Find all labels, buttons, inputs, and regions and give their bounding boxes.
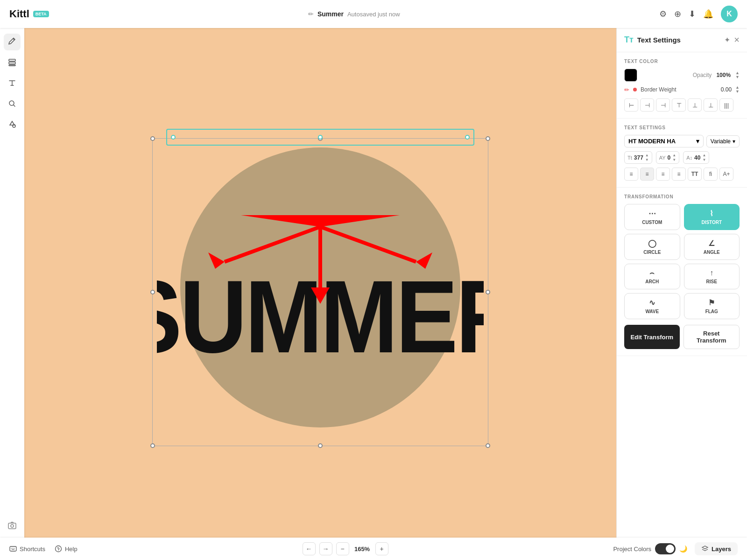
corner-handle-bl[interactable] (150, 443, 155, 448)
flag-label: FLAG (705, 309, 718, 314)
top-handle-mid[interactable] (318, 135, 323, 140)
transformation-label: TRANSFORMATION (624, 194, 740, 199)
bottombar-center: ← → − 165% + (303, 542, 388, 555)
svg-point-6 (11, 525, 14, 527)
border-color-dot[interactable] (633, 88, 637, 91)
download-icon[interactable]: ⬇ (689, 9, 696, 19)
mid-handle-left[interactable] (150, 290, 155, 294)
line-height-value[interactable]: 40 (694, 154, 700, 161)
align-right-text-button[interactable]: ≡ (656, 168, 670, 181)
reset-transform-button[interactable]: Reset Transform (684, 325, 740, 349)
bell-icon[interactable]: 🔔 (703, 9, 713, 19)
transformation-section: TRANSFORMATION ⋯ CUSTOM ⌇ DISTORT ◯ CIRC… (617, 188, 747, 356)
line-height-stepper[interactable]: ▲▼ (702, 153, 706, 162)
shortcuts-button[interactable]: Shortcuts (9, 545, 45, 553)
share-icon[interactable]: ⊕ (674, 9, 681, 19)
font-size-value[interactable]: 377 (634, 154, 643, 161)
text-alternatives-button[interactable]: A+ (719, 168, 733, 181)
user-avatar[interactable]: K (721, 6, 738, 22)
align-center-v-button[interactable]: ⊥ (688, 98, 702, 112)
weight-dropdown-arrow: ▾ (733, 138, 735, 145)
align-bottom-button[interactable]: ⊥ (704, 98, 718, 112)
settings-icon[interactable]: ⚙ (659, 9, 667, 19)
text-ligatures-button[interactable]: fi (704, 168, 718, 181)
help-button[interactable]: Help (55, 545, 78, 553)
transform-rise-button[interactable]: ↑ RISE (684, 264, 740, 289)
align-distribute-button[interactable]: ||| (719, 98, 733, 112)
metrics-row: Tt 377 ▲▼ AY 0 ▲▼ A↕ 40 ▲▼ (624, 151, 740, 164)
beta-badge: BETA (33, 11, 49, 17)
align-right-edge-button[interactable]: ⊣ (656, 98, 670, 112)
zoom-plus-button[interactable]: + (375, 542, 388, 555)
transform-flag-button[interactable]: ⚑ FLAG (684, 293, 740, 319)
text-settings-section: TEXT SETTINGS HT MODERN HA ▾ Variable ▾ … (617, 119, 747, 188)
zoom-arrow-right-button[interactable]: → (319, 542, 332, 555)
transform-actions: Edit Transform Reset Transform (624, 325, 740, 349)
toggle-thumb (666, 545, 674, 553)
font-weight-text: Variable (711, 138, 731, 145)
border-icon: ✏ (624, 86, 629, 93)
kerning-stepper[interactable]: ▲▼ (672, 153, 676, 162)
text-bold-button[interactable]: TT (688, 168, 702, 181)
corner-handle-tl[interactable] (150, 136, 155, 141)
align-left-text-button[interactable]: ≡ (624, 168, 638, 181)
wave-label: WAVE (645, 309, 659, 314)
font-family-dropdown[interactable]: HT MODERN HA ▾ (624, 135, 704, 147)
zoom-level-display[interactable]: 165% (353, 546, 372, 553)
sidebar-item-edit[interactable] (4, 34, 21, 50)
align-left-edge-button[interactable]: ⊢ (624, 98, 638, 112)
project-colors-toggle[interactable] (655, 543, 676, 554)
border-stepper[interactable]: ▲ ▼ (735, 85, 740, 94)
topbar-right: ⚙ ⊕ ⬇ 🔔 K (659, 6, 738, 22)
canvas-area[interactable]: SUMMER (24, 28, 616, 538)
font-size-stepper[interactable]: ▲▼ (645, 153, 649, 162)
font-weight-dropdown[interactable]: Variable ▾ (706, 135, 740, 147)
mid-handle-right[interactable] (486, 290, 490, 294)
keyboard-icon (9, 545, 17, 553)
zoom-arrow-left-button[interactable]: ← (303, 542, 316, 555)
align-top-button[interactable]: ⊤ (672, 98, 686, 112)
edit-transform-button[interactable]: Edit Transform (624, 325, 680, 349)
sidebar-item-search[interactable] (4, 95, 21, 112)
panel-title: Text Settings (637, 36, 681, 44)
rise-icon: ↑ (710, 269, 713, 277)
transform-circle-button[interactable]: ◯ CIRCLE (624, 234, 680, 260)
sidebar-item-layers[interactable] (4, 54, 21, 71)
rightpanel: Tт Text Settings ✦ × TEXT COLOR Opacity … (616, 28, 747, 538)
transform-wave-button[interactable]: ∿ WAVE (624, 293, 680, 319)
font-row: HT MODERN HA ▾ Variable ▾ (624, 135, 740, 147)
align-center-h-button[interactable]: ⊣ (640, 98, 654, 112)
transform-distort-button[interactable]: ⌇ DISTORT (684, 204, 740, 230)
top-bounding-box (166, 129, 474, 146)
corner-handle-tr[interactable] (486, 136, 490, 141)
sidebar-item-camera[interactable] (4, 517, 21, 534)
svg-rect-2 (9, 65, 15, 66)
opacity-value: 100% (716, 72, 731, 78)
panel-close-button[interactable]: × (734, 35, 740, 45)
layers-button[interactable]: Layers (695, 542, 738, 555)
opacity-stepper[interactable]: ▲ ▼ (735, 71, 740, 79)
logo[interactable]: Kittl (9, 8, 29, 20)
text-color-swatch[interactable] (624, 69, 637, 82)
kerning-value[interactable]: 0 (668, 154, 671, 161)
panel-title-area: Tт Text Settings (624, 35, 681, 45)
sidebar-item-elements[interactable] (4, 116, 21, 133)
alignment-row: ⊢ ⊣ ⊣ ⊤ ⊥ ⊥ ||| (624, 98, 740, 112)
panel-magic-icon[interactable]: ✦ (724, 35, 730, 44)
svg-rect-19 (10, 546, 16, 551)
align-center-text-button[interactable]: ≡ (640, 168, 654, 181)
corner-handle-br[interactable] (486, 443, 490, 448)
top-handle-left[interactable] (171, 135, 176, 140)
project-name[interactable]: Summer (317, 10, 344, 18)
align-justify-text-button[interactable]: ≡ (672, 168, 686, 181)
transform-arch-button[interactable]: ⌢ ARCH (624, 264, 680, 289)
angle-label: ANGLE (704, 250, 720, 255)
top-handle-right[interactable] (465, 135, 470, 140)
help-icon (55, 545, 62, 553)
transform-angle-button[interactable]: ∠ ANGLE (684, 234, 740, 260)
mid-handle-bottom[interactable] (318, 443, 323, 448)
sidebar-item-text[interactable] (4, 75, 21, 91)
zoom-minus-button[interactable]: − (336, 542, 349, 555)
svg-rect-0 (9, 59, 15, 61)
transform-custom-button[interactable]: ⋯ CUSTOM (624, 204, 680, 230)
